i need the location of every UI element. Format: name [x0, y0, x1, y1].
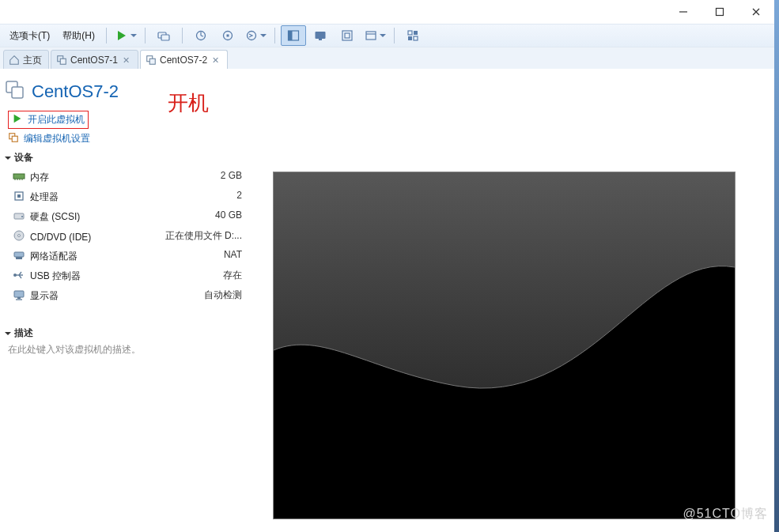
view-side-icon: [287, 29, 300, 42]
power-on-button[interactable]: [112, 25, 139, 46]
cpu-icon: [13, 190, 25, 205]
svg-rect-28: [149, 58, 155, 64]
tab-label: CentOS7-2: [160, 55, 207, 66]
devices-list: 内存 2 GB 处理器 2 硬盘 (SCSI) 40 GB: [5, 168, 242, 306]
device-value: 自动检测: [204, 289, 242, 304]
vm-header: CentOS7-2: [0, 69, 774, 109]
svg-rect-46: [16, 257, 22, 259]
send-ctrl-alt-del-button[interactable]: [151, 25, 176, 46]
thumbnails-button[interactable]: [400, 25, 425, 46]
device-name: 显示器: [30, 289, 59, 303]
svg-rect-6: [161, 35, 169, 40]
device-name: CD/DVD (IDE): [30, 232, 91, 243]
device-row-memory[interactable]: 内存 2 GB: [5, 168, 242, 187]
snapshot-revert-button[interactable]: [242, 25, 269, 46]
device-name: USB 控制器: [30, 270, 81, 283]
svg-rect-30: [12, 87, 23, 98]
window-maximize-button[interactable]: [701, 1, 738, 23]
tab-centos7-2[interactable]: CentOS7-2 ✕: [140, 50, 228, 70]
device-row-usb[interactable]: USB 控制器 存在: [5, 266, 242, 286]
vm-preview[interactable]: [273, 172, 736, 519]
snapshot-take-button[interactable]: [188, 25, 214, 46]
unity-mode-button[interactable]: [361, 25, 388, 46]
svg-rect-51: [14, 291, 24, 297]
snapshot-manage-button[interactable]: [215, 25, 240, 46]
fullscreen-icon: [341, 29, 354, 42]
disc-icon: [13, 229, 25, 244]
tab-home[interactable]: 主页: [3, 50, 49, 70]
menu-tabs[interactable]: 选项卡(T): [3, 27, 56, 45]
vm-tab-icon: [146, 55, 157, 66]
description-input[interactable]: 在此处键入对该虚拟机的描述。: [5, 343, 259, 357]
device-value: 2 GB: [221, 170, 242, 185]
svg-rect-34: [13, 174, 25, 179]
device-row-cddvd[interactable]: CD/DVD (IDE) 正在使用文件 D:...: [5, 227, 242, 247]
device-name: 内存: [30, 171, 49, 184]
devices-section-toggle[interactable]: 设备: [5, 151, 259, 164]
play-icon: [12, 113, 23, 126]
device-row-cpu[interactable]: 处理器 2: [5, 187, 242, 207]
display-icon: [13, 289, 25, 304]
device-name: 硬盘 (SCSI): [30, 210, 80, 224]
vm-tab-icon: [56, 55, 67, 66]
view-console-button[interactable]: [308, 25, 333, 46]
preview-background: [274, 172, 735, 519]
svg-rect-23: [408, 36, 412, 40]
play-icon: [115, 29, 128, 42]
description-section-toggle[interactable]: 描述: [5, 326, 259, 340]
svg-rect-40: [17, 194, 21, 198]
home-icon: [9, 55, 20, 66]
device-row-network[interactable]: 网络适配器 NAT: [5, 247, 242, 266]
power-on-vm-link[interactable]: 开启此虚拟机: [28, 113, 85, 126]
watermark: @51CTO博客: [683, 506, 768, 523]
svg-rect-1: [717, 9, 724, 16]
vm-header-icon: [5, 80, 25, 103]
tab-close-button[interactable]: ✕: [210, 55, 221, 66]
tab-centos7-1[interactable]: CentOS7-1 ✕: [51, 50, 138, 70]
view-side-by-side-button[interactable]: [281, 25, 306, 46]
device-value: 正在使用文件 D:...: [165, 229, 242, 244]
tab-close-button[interactable]: ✕: [121, 55, 131, 66]
svg-rect-11: [227, 35, 229, 37]
tab-label: 主页: [23, 54, 42, 67]
side-panel: 设备 内存 2 GB 处理器 2 硬盘 (SCSI): [5, 140, 259, 357]
devices-heading: 设备: [14, 151, 33, 164]
separator: [145, 28, 146, 43]
chevron-down-icon: [5, 157, 11, 163]
device-row-hdd[interactable]: 硬盘 (SCSI) 40 GB: [5, 207, 242, 227]
svg-rect-14: [289, 31, 293, 40]
svg-marker-4: [118, 31, 126, 40]
svg-point-44: [18, 235, 21, 237]
thumbnails-icon: [407, 29, 419, 42]
menu-help[interactable]: 帮助(H): [56, 27, 101, 45]
usb-icon: [13, 269, 25, 284]
device-row-display[interactable]: 显示器 自动检测: [5, 286, 242, 306]
svg-marker-31: [14, 115, 21, 123]
chevron-down-icon: [377, 30, 386, 41]
separator: [394, 28, 395, 43]
device-value: 存在: [223, 269, 242, 284]
device-value: 40 GB: [215, 209, 242, 224]
svg-rect-15: [316, 32, 326, 39]
svg-rect-26: [60, 58, 66, 64]
svg-point-42: [21, 216, 23, 217]
svg-rect-24: [414, 36, 418, 40]
separator: [274, 28, 275, 43]
annotation-power-on: 开机: [168, 89, 209, 117]
revert-icon: [245, 29, 258, 42]
snapshot-manage-icon: [221, 29, 234, 42]
svg-rect-21: [408, 31, 412, 35]
window-minimize-button[interactable]: [665, 1, 701, 23]
window-close-button[interactable]: [738, 1, 774, 23]
device-name: 网络适配器: [30, 250, 78, 263]
fullscreen-button[interactable]: [335, 25, 360, 46]
vm-title: CentOS7-2: [32, 81, 119, 102]
svg-rect-45: [14, 252, 24, 257]
nic-icon: [13, 249, 25, 264]
unity-icon: [365, 29, 377, 42]
separator: [182, 28, 183, 43]
memory-icon: [13, 170, 25, 185]
window-titlebar: [0, 0, 779, 24]
device-value: 2: [236, 190, 242, 205]
svg-rect-17: [342, 31, 352, 40]
